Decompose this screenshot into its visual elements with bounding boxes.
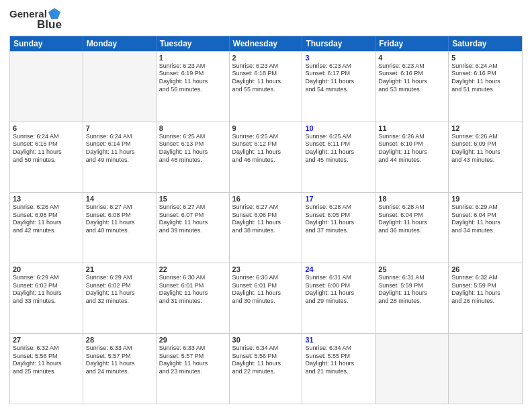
cal-cell-empty-0 [10, 52, 83, 122]
header-day-friday: Friday [375, 36, 449, 51]
cell-line: Sunset: 6:00 PM [305, 282, 372, 290]
cell-line: and 53 minutes. [378, 86, 445, 94]
cell-line: and 29 minutes. [305, 298, 372, 306]
cell-line: Sunset: 5:58 PM [13, 353, 80, 361]
day-number: 4 [378, 54, 445, 62]
day-number: 8 [159, 124, 226, 132]
cal-cell-2: 2Sunrise: 6:23 AMSunset: 6:18 PMDaylight… [230, 52, 303, 122]
day-number: 1 [159, 54, 226, 62]
cell-line: Sunrise: 6:28 AM [378, 203, 445, 212]
cal-cell-1: 1Sunrise: 6:23 AMSunset: 6:19 PMDaylight… [157, 52, 230, 122]
cell-line: Sunrise: 6:31 AM [305, 274, 372, 282]
day-number: 26 [451, 265, 519, 273]
day-number: 11 [378, 124, 445, 132]
cal-cell-15: 15Sunrise: 6:27 AMSunset: 6:07 PMDayligh… [157, 193, 230, 263]
cell-line: Sunset: 5:56 PM [232, 353, 300, 361]
cell-line: Daylight: 11 hours [159, 289, 226, 298]
cal-cell-10: 10Sunrise: 6:25 AMSunset: 6:11 PMDayligh… [302, 122, 375, 192]
cell-line: Daylight: 11 hours [305, 219, 372, 227]
cal-cell-7: 7Sunrise: 6:24 AMSunset: 6:14 PMDaylight… [83, 122, 157, 192]
cell-line: Sunset: 6:07 PM [159, 212, 226, 220]
cal-cell-11: 11Sunrise: 6:26 AMSunset: 6:10 PMDayligh… [375, 122, 449, 192]
cal-cell-21: 21Sunrise: 6:29 AMSunset: 6:02 PMDayligh… [83, 263, 157, 333]
cal-cell-26: 26Sunrise: 6:32 AMSunset: 5:59 PMDayligh… [449, 263, 522, 333]
day-number: 19 [451, 195, 519, 203]
cell-line: Sunset: 6:16 PM [378, 70, 445, 78]
cell-line: and 56 minutes. [159, 86, 226, 94]
cal-cell-3: 3Sunrise: 6:23 AMSunset: 6:17 PMDaylight… [302, 52, 375, 122]
cell-line: and 54 minutes. [305, 86, 372, 94]
header-day-tuesday: Tuesday [157, 36, 230, 51]
cal-cell-5: 5Sunrise: 6:24 AMSunset: 6:16 PMDaylight… [449, 52, 522, 122]
cell-line: Sunset: 6:11 PM [305, 140, 372, 148]
day-number: 7 [86, 124, 153, 132]
day-number: 10 [305, 124, 372, 132]
cell-line: and 34 minutes. [451, 227, 519, 235]
cell-line: Sunrise: 6:26 AM [13, 203, 80, 212]
cell-line: Sunrise: 6:28 AM [305, 203, 372, 212]
cell-line: Sunrise: 6:27 AM [159, 203, 226, 212]
cell-line: Sunrise: 6:26 AM [378, 133, 445, 141]
cell-line: Sunset: 6:05 PM [305, 212, 372, 220]
cell-line: and 21 minutes. [305, 368, 372, 376]
day-number: 28 [86, 336, 153, 344]
cell-line: Sunset: 6:19 PM [159, 70, 226, 78]
cal-row-4: 27Sunrise: 6:32 AMSunset: 5:58 PMDayligh… [10, 333, 522, 404]
cell-line: Daylight: 11 hours [232, 360, 300, 368]
cell-line: and 44 minutes. [378, 156, 445, 165]
cell-line: and 25 minutes. [13, 368, 80, 376]
cal-cell-19: 19Sunrise: 6:29 AMSunset: 6:04 PMDayligh… [449, 193, 522, 263]
cal-cell-empty-1 [83, 52, 157, 122]
cell-line: Sunset: 6:12 PM [232, 140, 300, 148]
cal-cell-24: 24Sunrise: 6:31 AMSunset: 6:00 PMDayligh… [302, 263, 375, 333]
cell-line: and 24 minutes. [86, 368, 153, 376]
cell-line: and 33 minutes. [13, 298, 80, 306]
cell-line: Sunrise: 6:25 AM [305, 133, 372, 141]
cell-line: and 40 minutes. [86, 227, 153, 235]
cell-line: Sunrise: 6:25 AM [159, 133, 226, 141]
cell-line: Daylight: 11 hours [305, 148, 372, 156]
cal-cell-12: 12Sunrise: 6:26 AMSunset: 6:09 PMDayligh… [449, 122, 522, 192]
cell-line: Daylight: 11 hours [305, 289, 372, 298]
day-number: 25 [378, 265, 445, 273]
cell-line: Sunset: 6:01 PM [159, 282, 226, 290]
cal-cell-31: 31Sunrise: 6:34 AMSunset: 5:55 PMDayligh… [302, 334, 375, 404]
cell-line: Daylight: 11 hours [451, 78, 519, 86]
cell-line: Sunrise: 6:34 AM [305, 345, 372, 353]
header-day-thursday: Thursday [302, 36, 375, 51]
cell-line: Sunset: 6:18 PM [232, 70, 300, 78]
cal-row-1: 6Sunrise: 6:24 AMSunset: 6:15 PMDaylight… [10, 122, 522, 192]
calendar-header: SundayMondayTuesdayWednesdayThursdayFrid… [10, 36, 522, 51]
calendar-grid: SundayMondayTuesdayWednesdayThursdayFrid… [9, 36, 523, 404]
cell-line: Sunrise: 6:29 AM [13, 274, 80, 282]
calendar-body: 1Sunrise: 6:23 AMSunset: 6:19 PMDaylight… [10, 51, 522, 404]
cell-line: Sunrise: 6:33 AM [86, 345, 153, 353]
cell-line: Daylight: 11 hours [159, 78, 226, 86]
cal-cell-13: 13Sunrise: 6:26 AMSunset: 6:08 PMDayligh… [10, 193, 83, 263]
cal-cell-22: 22Sunrise: 6:30 AMSunset: 6:01 PMDayligh… [157, 263, 230, 333]
cell-line: Daylight: 11 hours [378, 289, 445, 298]
cell-line: and 55 minutes. [232, 86, 300, 94]
day-number: 16 [232, 195, 300, 203]
cell-line: Daylight: 11 hours [86, 360, 153, 368]
cell-line: Sunset: 6:03 PM [13, 282, 80, 290]
day-number: 31 [305, 336, 372, 344]
cell-line: Sunset: 6:04 PM [378, 212, 445, 220]
cell-line: and 48 minutes. [159, 156, 226, 165]
cell-line: Sunset: 6:02 PM [86, 282, 153, 290]
day-number: 20 [13, 265, 80, 273]
header-day-saturday: Saturday [449, 36, 522, 51]
cell-line: Sunset: 6:01 PM [232, 282, 300, 290]
cell-line: Sunset: 6:16 PM [451, 70, 519, 78]
cell-line: and 32 minutes. [86, 298, 153, 306]
cell-line: and 42 minutes. [13, 227, 80, 235]
header-day-monday: Monday [83, 36, 157, 51]
header: General Blue [9, 7, 523, 32]
cal-cell-16: 16Sunrise: 6:27 AMSunset: 6:06 PMDayligh… [230, 193, 303, 263]
cell-line: Sunset: 6:08 PM [13, 212, 80, 220]
cell-line: Sunrise: 6:24 AM [451, 62, 519, 71]
cell-line: Sunrise: 6:24 AM [13, 133, 80, 141]
cell-line: Sunset: 6:15 PM [13, 140, 80, 148]
cell-line: Sunrise: 6:34 AM [232, 345, 300, 353]
cell-line: Daylight: 11 hours [232, 289, 300, 298]
